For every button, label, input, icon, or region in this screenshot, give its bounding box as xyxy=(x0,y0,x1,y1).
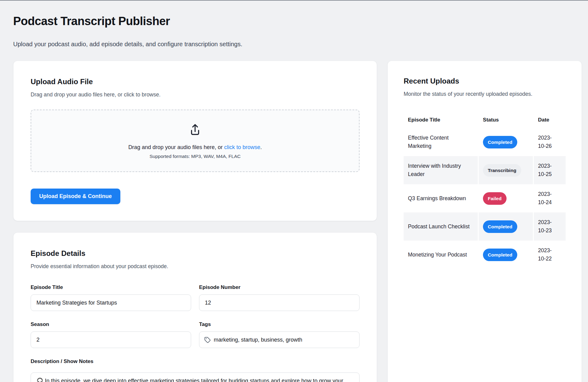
table-row[interactable]: Podcast Launch Checklist Completed 2023-… xyxy=(404,212,566,241)
status-badge: Failed xyxy=(483,192,507,205)
episode-title-label: Episode Title xyxy=(31,284,191,290)
table-row[interactable]: Interview with Industry Leader Transcrib… xyxy=(404,156,566,184)
recent-uploads-subtitle: Monitor the status of your recently uplo… xyxy=(404,90,566,98)
tags-input-wrapper xyxy=(199,331,360,348)
recent-uploads-title: Recent Uploads xyxy=(404,77,566,85)
season-field-group: Season xyxy=(31,321,191,348)
upload-card-subtitle: Drag and drop your audio files here, or … xyxy=(31,91,360,99)
status-badge: Completed xyxy=(483,136,517,148)
episode-title-cell: Monetizing Your Podcast xyxy=(404,241,478,269)
episode-details-form: Episode Title Episode Number Season Tags xyxy=(31,284,360,348)
page-root: Podcast Transcript Publisher Upload your… xyxy=(0,15,588,382)
right-column: Recent Uploads Monitor the status of you… xyxy=(387,61,582,382)
dropzone-text: Drag and drop your audio files here, or … xyxy=(128,144,262,151)
date-value: 2023-10-24 xyxy=(538,190,558,207)
episode-title-cell: Q3 Earnings Breakdown xyxy=(404,184,478,212)
date-cell: 2023-10-23 xyxy=(533,212,566,241)
status-cell: Transcribing xyxy=(478,156,533,184)
dropzone-text-after: . xyxy=(260,144,262,150)
episode-title-cell: Effective Content Marketing xyxy=(404,128,478,156)
page-title: Podcast Transcript Publisher xyxy=(13,15,582,28)
tags-field-group: Tags xyxy=(199,321,360,348)
date-cell: 2023-10-25 xyxy=(533,156,566,184)
episode-number-input[interactable] xyxy=(199,294,360,311)
description-field-group: Description / Show Notes 🎧 In this episo… xyxy=(31,358,360,382)
status-cell: Completed xyxy=(478,241,533,269)
date-cell: 2023-10-26 xyxy=(533,128,566,156)
description-label: Description / Show Notes xyxy=(31,358,360,365)
date-value: 2023-10-25 xyxy=(538,162,558,178)
column-header-date: Date xyxy=(533,114,566,128)
date-value: 2023-10-22 xyxy=(538,246,558,263)
main-layout: Upload Audio File Drag and drop your aud… xyxy=(13,61,582,382)
tags-input[interactable] xyxy=(214,337,354,343)
recent-uploads-card: Recent Uploads Monitor the status of you… xyxy=(387,61,582,382)
page-subtitle: Upload your podcast audio, add episode d… xyxy=(13,41,582,48)
status-badge: Transcribing xyxy=(483,164,521,177)
episode-title-cell: Interview with Industry Leader xyxy=(404,156,478,184)
audio-dropzone[interactable]: Drag and drop your audio files here, or … xyxy=(31,110,360,172)
tags-label: Tags xyxy=(199,321,360,328)
status-cell: Completed xyxy=(478,128,533,156)
status-cell: Failed xyxy=(478,184,533,212)
episode-details-title: Episode Details xyxy=(31,249,360,258)
supported-formats-text: Supported formats: MP3, WAV, M4A, FLAC xyxy=(149,154,240,159)
episode-details-subtitle: Provide essential information about your… xyxy=(31,262,360,270)
date-cell: 2023-10-22 xyxy=(533,241,566,269)
episode-number-field-group: Episode Number xyxy=(199,284,360,311)
description-textarea[interactable]: 🎧 In this episode, we dive deep into eff… xyxy=(31,373,360,382)
upload-audio-card: Upload Audio File Drag and drop your aud… xyxy=(13,61,377,221)
episode-title-cell: Podcast Launch Checklist xyxy=(404,212,478,241)
upload-icon xyxy=(188,123,202,137)
episode-number-label: Episode Number xyxy=(199,284,360,290)
episode-title-input[interactable] xyxy=(31,294,191,311)
recent-uploads-table: Episode Title Status Date Effective Cont… xyxy=(404,114,566,269)
status-badge: Completed xyxy=(483,249,517,261)
date-value: 2023-10-26 xyxy=(538,134,558,150)
column-header-episode-title: Episode Title xyxy=(404,114,478,128)
left-column: Upload Audio File Drag and drop your aud… xyxy=(13,61,377,382)
episode-details-card: Episode Details Provide essential inform… xyxy=(13,232,377,382)
table-row[interactable]: Monetizing Your Podcast Completed 2023-1… xyxy=(404,241,566,269)
dropzone-text-before: Drag and drop your audio files here, or xyxy=(128,144,224,150)
table-row[interactable]: Q3 Earnings Breakdown Failed 2023-10-24 xyxy=(404,184,566,212)
status-cell: Completed xyxy=(478,212,533,241)
date-value: 2023-10-23 xyxy=(538,218,558,235)
upload-card-title: Upload Audio File xyxy=(31,77,360,86)
status-badge: Completed xyxy=(483,220,517,233)
column-header-status: Status xyxy=(478,114,533,128)
click-to-browse-link[interactable]: click to browse xyxy=(224,144,260,150)
upload-episode-button[interactable]: Upload Episode & Continue xyxy=(31,189,120,204)
episode-title-field-group: Episode Title xyxy=(31,284,191,311)
season-label: Season xyxy=(31,321,191,328)
date-cell: 2023-10-24 xyxy=(533,184,566,212)
table-row[interactable]: Effective Content Marketing Completed 20… xyxy=(404,128,566,156)
table-header-row: Episode Title Status Date xyxy=(404,114,566,128)
tag-icon xyxy=(204,337,211,343)
season-input[interactable] xyxy=(31,331,191,348)
